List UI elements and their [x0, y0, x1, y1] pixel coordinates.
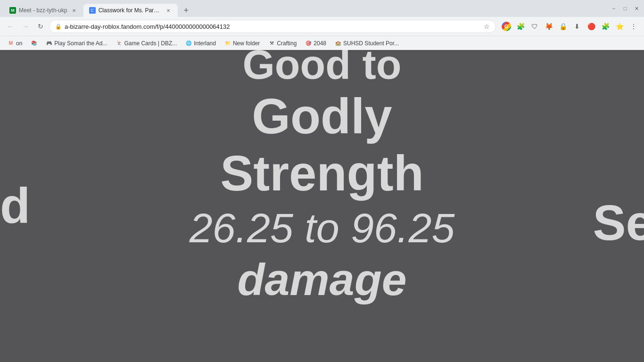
tab-meet-label: Meet - bzz-tyth-ukp	[19, 7, 67, 14]
tab-classwork-close[interactable]: ✕	[165, 7, 172, 14]
close-button[interactable]: ✕	[633, 5, 640, 12]
tab-classwork-label: Classwork for Ms. Parks PER-3	[99, 7, 162, 14]
tab-meet[interactable]: M Meet - bzz-tyth-ukp ✕	[4, 4, 83, 17]
bookmark-newfolder-label: New folder	[233, 40, 260, 47]
extensions-icon-7[interactable]: 🧩	[599, 20, 612, 33]
bookmark-somari-label: Play Somari the Ad...	[54, 40, 107, 47]
2048-favicon: 🎯	[305, 40, 312, 47]
left-partial-text: d	[0, 178, 30, 235]
browser-frame: M Meet - bzz-tyth-ukp ✕ C Classwork for …	[0, 0, 644, 362]
bookmark-2048[interactable]: 🎯 2048	[301, 39, 330, 48]
bookmark-gmail[interactable]: M on	[4, 39, 26, 48]
bookmark-classwork2[interactable]: 📚	[27, 39, 41, 48]
heading-good-to: Good to	[242, 50, 401, 88]
extensions-icon-4[interactable]: 🔒	[556, 20, 570, 33]
extensions-icon-8[interactable]: ⭐	[613, 20, 626, 33]
forward-button[interactable]: →	[19, 20, 32, 33]
bookmark-suhsd-label: SUHSD Student Por...	[343, 40, 399, 47]
bookmark-suhsd[interactable]: 🏫 SUHSD Student Por...	[331, 39, 403, 48]
bookmark-interland[interactable]: 🌐 Interland	[182, 39, 220, 48]
dbz-favicon: 🃏	[116, 40, 122, 47]
bookmark-interland-label: Interland	[194, 40, 216, 47]
bookmark-star-icon[interactable]: ☆	[484, 23, 490, 30]
bookmark-dbz-label: Game Cards | DBZ...	[124, 40, 177, 47]
bookmark-somari[interactable]: 🎮 Play Somari the Ad...	[42, 39, 111, 48]
minimize-button[interactable]: −	[610, 5, 618, 12]
tab-meet-close[interactable]: ✕	[70, 7, 78, 14]
tab-strip: M Meet - bzz-tyth-ukp ✕ C Classwork for …	[4, 0, 608, 17]
classwork-favicon: C	[89, 7, 96, 14]
heading-godly: Godly	[252, 88, 392, 145]
bookmark-gmail-label: on	[16, 40, 22, 47]
title-bar: M Meet - bzz-tyth-ukp ✕ C Classwork for …	[0, 0, 644, 17]
google-account-icon[interactable]: G	[500, 20, 513, 33]
interland-favicon: 🌐	[185, 40, 192, 47]
toolbar-icons: G 🧩 🛡 🦊 🔒 ⬇ 🔴 🧩 ⭐ ⋮	[500, 20, 640, 33]
bookmarks-bar: M on 📚 🎮 Play Somari the Ad... 🃏 Game Ca…	[0, 36, 644, 50]
bookmark-crafting[interactable]: ⚒ Crafting	[264, 39, 300, 48]
classwork2-favicon: 📚	[31, 40, 37, 47]
tab-classwork[interactable]: C Classwork for Ms. Parks PER-3 ✕	[83, 4, 178, 17]
back-button[interactable]: ←	[4, 20, 17, 33]
maximize-button[interactable]: □	[621, 5, 629, 12]
extensions-icon-1[interactable]: 🧩	[514, 20, 527, 33]
right-partial-text: Se	[593, 195, 644, 252]
lock-icon: 🔒	[55, 24, 62, 30]
address-bar: ← → ↻ 🔒 a-bizarre-day-roblox.fandom.com/…	[0, 17, 644, 36]
bookmark-newfolder[interactable]: 📁 New folder	[221, 39, 264, 48]
suhsd-favicon: 🏫	[335, 40, 341, 47]
main-text-block: Good to Godly Strength 26.25 to 96.25 da…	[190, 50, 455, 305]
heading-strength: Strength	[220, 145, 424, 202]
refresh-button[interactable]: ↻	[34, 20, 47, 33]
url-text: a-bizarre-day-roblox.fandom.com/f/p/4400…	[65, 23, 481, 30]
chrome-menu-icon[interactable]: ⋮	[627, 20, 640, 33]
meet-favicon: M	[9, 7, 16, 14]
bookmark-2048-label: 2048	[314, 40, 326, 47]
stat-range: 26.25 to 96.25	[190, 202, 455, 254]
new-tab-button[interactable]: +	[180, 4, 193, 17]
url-bar[interactable]: 🔒 a-bizarre-day-roblox.fandom.com/f/p/44…	[49, 20, 496, 33]
gmail-favicon: M	[8, 40, 14, 47]
extensions-icon-3[interactable]: 🦊	[542, 20, 555, 33]
extensions-icon-2[interactable]: 🛡	[528, 20, 541, 33]
newfolder-favicon: 📁	[224, 40, 231, 47]
window-controls: − □ ✕	[610, 5, 640, 12]
page-content: d Good to Godly Strength 26.25 to 96.25 …	[0, 50, 644, 362]
extensions-icon-5[interactable]: ⬇	[570, 20, 584, 33]
extensions-icon-6[interactable]: 🔴	[585, 20, 598, 33]
somari-favicon: 🎮	[46, 40, 52, 47]
crafting-favicon: ⚒	[268, 40, 275, 47]
bookmark-crafting-label: Crafting	[277, 40, 297, 47]
stat-label: damage	[237, 254, 406, 305]
bookmark-dbz[interactable]: 🃏 Game Cards | DBZ...	[112, 39, 181, 48]
